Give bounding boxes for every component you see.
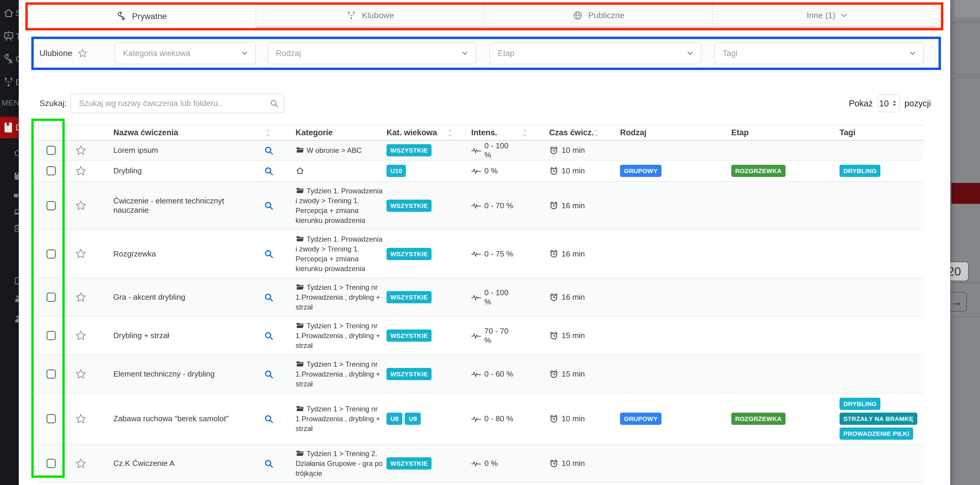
folder-icon <box>296 283 307 292</box>
row-zoom-cell <box>258 369 279 379</box>
time-value: 10 min <box>562 146 585 155</box>
age-category-badge: WSZYSTKIE <box>387 200 431 212</box>
zoom-preview-icon[interactable] <box>264 201 274 210</box>
favorite-star-icon[interactable] <box>75 368 87 380</box>
favorite-star-icon[interactable] <box>75 413 87 425</box>
table-row: Drybling + strzałTydzien 1 > Trening nr … <box>38 317 924 355</box>
filter-dropdown-kategoria-wiekowa[interactable]: Kategoria wiekowa <box>115 42 256 64</box>
age-category-cell: U10 <box>387 165 440 177</box>
person-icon[interactable] <box>13 315 19 323</box>
person-icon[interactable] <box>13 294 19 303</box>
sidebar-item-active[interactable]: D <box>0 117 19 138</box>
zoom-preview-icon[interactable] <box>264 293 274 302</box>
visibility-tabs: PrywatneKlubowePubliczneInne (1) <box>28 5 941 28</box>
zoom-preview-icon[interactable] <box>264 459 274 468</box>
spinner-icon[interactable] <box>891 100 898 107</box>
row-checkbox[interactable] <box>46 293 56 302</box>
filter-dropdown-tagi[interactable]: Tagi <box>714 42 924 64</box>
zoom-preview-icon[interactable] <box>264 369 274 379</box>
time-value: 16 min <box>562 249 585 258</box>
sidebar-item[interactable]: S <box>0 4 19 22</box>
intensity-pulse-icon <box>471 145 481 155</box>
time-cell: 10 min <box>515 166 586 176</box>
row-select-cell <box>38 293 64 302</box>
sidebar-item[interactable]: D <box>0 73 19 91</box>
category-path: Tydzien 1 > Trening 2. Działania Grupowe… <box>296 450 383 477</box>
age-category-cell: WSZYSTKIE <box>387 200 440 212</box>
page-size-select[interactable]: 10 <box>878 94 900 112</box>
tab-prywatne[interactable]: Prywatne <box>28 5 256 28</box>
dimmed-background-page: 20 → <box>950 0 980 485</box>
category-path: Tydzien 1. Prowadzenia i zwody > Trening… <box>296 187 383 224</box>
clipboard-icon[interactable] <box>13 224 19 233</box>
tab-inne-1[interactable]: Inne (1) <box>713 5 941 28</box>
exercise-name: Drybling <box>97 166 258 176</box>
age-category-cell: WSZYSTKIE <box>387 291 440 303</box>
row-checkbox[interactable] <box>46 249 56 258</box>
row-checkbox[interactable] <box>46 459 56 468</box>
time-cell: 10 min <box>515 414 586 424</box>
search-input[interactable] <box>78 98 270 108</box>
age-category-badge: WSZYSTKIE <box>387 368 431 380</box>
chevron-down-icon <box>910 50 916 56</box>
zoom-preview-icon[interactable] <box>264 414 274 424</box>
row-checkbox[interactable] <box>46 166 56 176</box>
row-select-cell <box>38 331 64 340</box>
star-icon[interactable] <box>77 48 88 59</box>
tab-klubowe[interactable]: Klubowe <box>256 5 484 28</box>
row-checkbox[interactable] <box>46 414 56 423</box>
header-time[interactable]: Czas ćwicz. <box>515 128 586 137</box>
favorite-star-icon[interactable] <box>75 165 87 177</box>
laptop-icon[interactable] <box>13 208 19 217</box>
row-checkbox[interactable] <box>46 369 56 379</box>
book-icon[interactable] <box>13 171 19 181</box>
clock-icon <box>549 331 558 341</box>
sidebar-item-label: D <box>16 78 19 87</box>
sidebar-item-label: D <box>16 123 19 133</box>
type-badge: GRUPOWY <box>620 165 662 177</box>
sort-icon[interactable] <box>264 128 273 137</box>
table-body: Lorem ipsumW obronie > ABCWSZYSTKIE0 - 1… <box>38 141 924 485</box>
home-icon[interactable] <box>13 148 19 157</box>
stage-cell: ROZGRZEWKA <box>697 413 805 425</box>
zoom-preview-icon[interactable] <box>264 146 274 155</box>
tactics-icon <box>117 11 127 21</box>
header-age-category[interactable]: Kat. wiekowa <box>387 128 440 137</box>
row-checkbox[interactable] <box>46 146 56 155</box>
sidebar-item[interactable]: T <box>0 27 19 45</box>
exercise-name: Rozgrzewka <box>97 249 258 258</box>
video-camera-icon[interactable] <box>13 191 19 200</box>
background-card <box>951 21 980 74</box>
row-checkbox[interactable] <box>46 201 56 210</box>
dropdown-placeholder: Tagi <box>722 49 738 58</box>
filter-dropdown-rodzaj[interactable]: Rodzaj <box>267 42 476 64</box>
intensity-cell: 0 - 100 % <box>440 288 515 307</box>
row-checkbox[interactable] <box>46 331 56 340</box>
header-intensity[interactable]: Intens. <box>440 128 515 137</box>
header-exercise-name[interactable]: Nazwa ćwiczenia <box>97 128 258 137</box>
row-zoom-cell <box>258 166 279 176</box>
favorite-star-icon[interactable] <box>75 292 87 303</box>
favorite-star-icon[interactable] <box>75 248 87 260</box>
tag-badge: PROWADZENIE PIŁKI <box>840 428 913 440</box>
intensity-pulse-icon <box>471 414 481 424</box>
stage-badge: ROZGRZEWKA <box>731 165 786 177</box>
tags-cell: DRYBLING <box>805 160 924 181</box>
age-category-badge: WSZYSTKIE <box>387 144 431 156</box>
tablet-icon[interactable] <box>13 276 19 285</box>
favorite-star-icon[interactable] <box>75 144 87 156</box>
header-categories: Kategorie <box>279 128 387 137</box>
favorites-filter[interactable]: Ulubione <box>39 39 88 68</box>
sidebar-item[interactable]: Ć <box>0 50 19 68</box>
zoom-preview-icon[interactable] <box>264 249 274 258</box>
zoom-preview-icon[interactable] <box>264 166 274 176</box>
time-value: 15 min <box>562 331 585 340</box>
filter-dropdown-etap[interactable]: Etap <box>489 42 702 64</box>
row-zoom-cell <box>258 249 279 258</box>
favorite-star-icon[interactable] <box>75 200 87 211</box>
main-panel: PrywatneKlubowePubliczneInne (1) Ulubion… <box>19 0 950 485</box>
zoom-preview-icon[interactable] <box>264 331 274 341</box>
tab-publiczne[interactable]: Publiczne <box>484 5 713 28</box>
favorite-star-icon[interactable] <box>75 458 87 469</box>
favorite-star-icon[interactable] <box>75 330 87 342</box>
